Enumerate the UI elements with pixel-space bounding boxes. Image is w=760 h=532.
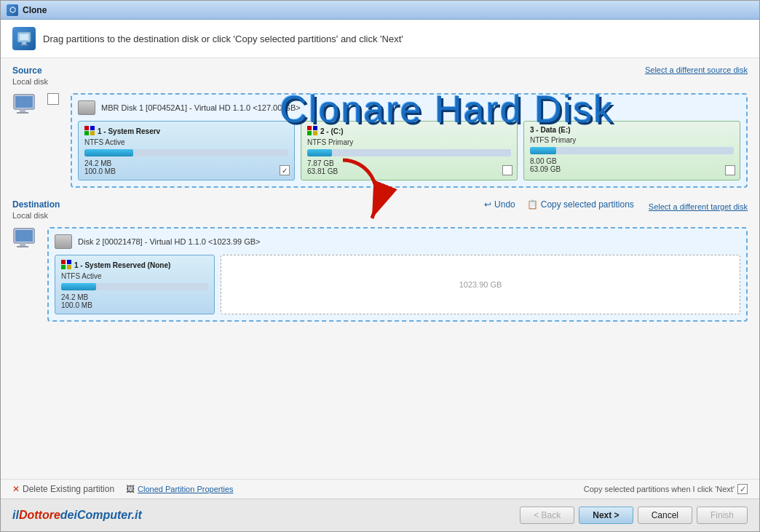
source-partition-1: 1 - System Reserv NTFS Active 24.2 MB 10…: [78, 121, 295, 180]
undo-button[interactable]: ↩ Undo: [484, 199, 515, 210]
source-partition-3-used: 8.00 GB: [530, 157, 561, 165]
source-partition-2-check[interactable]: [502, 165, 512, 175]
copy-label: Copy selected partitions: [541, 199, 634, 210]
destination-disk-container: Disk 2 [00021478] - Virtual HD 1.1.0 <10…: [47, 227, 748, 322]
dest-partition-1-sizes: 24.2 MB 100.0 MB: [61, 293, 208, 309]
source-label: Source: [12, 65, 48, 76]
source-partition-1-bar-bg: [84, 149, 288, 156]
select-target-link[interactable]: Select a different target disk: [649, 202, 748, 211]
source-partition-1-type: NTFS Active: [84, 138, 288, 146]
source-section-header: Source Local disk Select a different sou…: [12, 65, 748, 90]
destination-partitions-row: 1 - System Reserved (None) NTFS Active 2…: [55, 255, 740, 314]
dest-partition-1-total: 100.0 MB: [61, 301, 92, 309]
dest-win-flag-1: [61, 260, 71, 270]
dest-partition-1: 1 - System Reserved (None) NTFS Active 2…: [55, 255, 215, 314]
source-row: MBR Disk 1 [0F0452A1] - Virtual HD 1.1.0…: [12, 93, 748, 196]
source-disk-container: MBR Disk 1 [0F0452A1] - Virtual HD 1.1.0…: [71, 93, 748, 188]
source-sublabel: Local disk: [12, 77, 48, 86]
source-partition-1-bar-fill: [84, 149, 133, 156]
svg-rect-11: [20, 243, 25, 246]
svg-rect-2: [22, 42, 26, 44]
instruction-icon: [12, 27, 36, 50]
dest-partition-1-used: 24.2 MB: [61, 293, 92, 301]
copy-partitions-button[interactable]: 📋 Copy selected partitions: [527, 199, 634, 210]
copy-notice-text: Copy selected partitions when I click 'N…: [584, 485, 735, 493]
destination-label: Destination: [12, 199, 60, 210]
source-partition-3-bar-fill: [530, 147, 556, 154]
source-partitions-row: 1 - System Reserv NTFS Active 24.2 MB 10…: [78, 121, 740, 180]
copy-notice-checkbox[interactable]: ✓: [737, 484, 748, 494]
clone-window: ⬡ Clone Drag partitions to the destinati…: [0, 0, 760, 532]
dest-partition-1-type: NTFS Active: [61, 272, 208, 280]
bottom-options: ✕ Delete Existing partition 🖼 Cloned Par…: [1, 479, 759, 499]
footer: ilDottoredeiComputer.it < Back Next > Ca…: [1, 499, 759, 531]
instruction-bar: Drag partitions to the destination disk …: [1, 20, 759, 58]
dest-partition-1-bar-fill: [61, 283, 96, 290]
source-partition-3-header: 3 - Data (E:): [530, 126, 734, 134]
dest-partition-1-name: 1 - System Reserved (None): [74, 261, 170, 269]
source-disk-header: MBR Disk 1 [0F0452A1] - Virtual HD 1.1.0…: [78, 100, 740, 115]
source-partition-2-name: 2 - (C:): [320, 127, 344, 135]
delete-icon: ✕: [12, 484, 20, 494]
svg-rect-12: [17, 246, 28, 247]
source-partition-3-name: 3 - Data (E:): [530, 126, 571, 134]
source-disk-title: MBR Disk 1 [0F0452A1] - Virtual HD 1.1.0…: [101, 103, 301, 112]
destination-disk-icon: [55, 234, 72, 249]
source-partition-2-sizes: 7.87 GB 63.81 GB: [307, 159, 511, 175]
source-partition-1-header: 1 - System Reserv: [84, 126, 288, 136]
source-partition-2-type: NTFS Primary: [307, 138, 511, 146]
source-checkbox[interactable]: [47, 93, 59, 105]
select-source-link[interactable]: Select a different source disk: [645, 65, 748, 74]
properties-icon: 🖼: [126, 484, 135, 494]
source-partition-3-bar-bg: [530, 147, 734, 154]
source-partition-3-check[interactable]: [725, 165, 735, 175]
source-partition-3-sizes: 8.00 GB 63.09 GB: [530, 157, 734, 173]
source-partition-2: 2 - (C:) NTFS Primary 7.87 GB 63.81 GB: [301, 121, 518, 180]
svg-rect-6: [20, 109, 25, 112]
svg-rect-5: [15, 96, 33, 108]
delete-label: Delete Existing partition: [23, 484, 114, 494]
source-computer-icon: [12, 93, 41, 119]
source-partition-2-bar-fill: [307, 149, 332, 156]
source-partition-1-check[interactable]: ✓: [280, 165, 290, 175]
footer-buttons: < Back Next > Cancel Finish: [520, 507, 748, 524]
window-icon: ⬡: [7, 4, 18, 16]
source-partition-2-bar-bg: [307, 149, 511, 156]
destination-section: Destination Local disk ↩ Undo 📋 Copy sel…: [12, 199, 748, 327]
destination-empty-space: 1023.90 GB: [221, 255, 740, 314]
win-flag-1: [84, 126, 95, 136]
destination-disk-title: Disk 2 [00021478] - Virtual HD 1.1.0 <10…: [78, 237, 261, 246]
properties-link[interactable]: Cloned Partition Properties: [138, 485, 233, 493]
copy-icon: 📋: [527, 199, 538, 210]
properties-option[interactable]: 🖼 Cloned Partition Properties: [126, 484, 233, 494]
source-partition-2-header: 2 - (C:): [307, 126, 511, 136]
svg-rect-1: [20, 34, 28, 40]
cancel-button[interactable]: Cancel: [638, 507, 692, 524]
source-partition-2-used: 7.87 GB: [307, 159, 338, 167]
back-button[interactable]: < Back: [520, 507, 574, 524]
source-partition-1-used: 24.2 MB: [84, 159, 116, 167]
source-partition-1-total: 100.0 MB: [84, 167, 116, 175]
next-button[interactable]: Next >: [579, 507, 633, 524]
source-partition-3-type: NTFS Primary: [530, 136, 734, 144]
source-disk-icon: [78, 100, 95, 115]
destination-toolbar: ↩ Undo 📋 Copy selected partitions: [484, 199, 634, 210]
destination-computer-icon: [12, 227, 41, 253]
svg-rect-3: [20, 44, 28, 46]
copy-notice: Copy selected partitions when I click 'N…: [584, 484, 748, 494]
main-scroll-area: Clonare Hard Disk Source Local disk Sele…: [1, 58, 759, 479]
window-title: Clone: [23, 5, 47, 15]
dest-partition-1-header: 1 - System Reserved (None): [61, 260, 208, 270]
undo-icon: ↩: [484, 199, 491, 210]
finish-button[interactable]: Finish: [697, 507, 748, 524]
instruction-text: Drag partitions to the destination disk …: [43, 33, 403, 44]
destination-section-header: Destination Local disk ↩ Undo 📋 Copy sel…: [12, 199, 748, 224]
source-partition-2-total: 63.81 GB: [307, 167, 338, 175]
source-partition-1-name: 1 - System Reserv: [98, 127, 160, 135]
destination-disk-header: Disk 2 [00021478] - Virtual HD 1.1.0 <10…: [55, 234, 740, 249]
undo-label: Undo: [494, 199, 515, 210]
svg-rect-7: [17, 112, 28, 114]
delete-option: ✕ Delete Existing partition: [12, 484, 114, 494]
win-flag-2: [307, 126, 317, 136]
svg-rect-10: [15, 230, 33, 242]
